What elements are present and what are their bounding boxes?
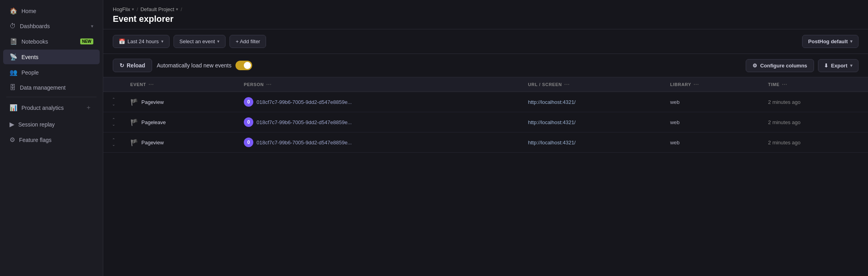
person-avatar: 0 xyxy=(244,138,253,147)
col-person-menu-icon[interactable]: ··· xyxy=(266,81,272,88)
auto-load-toggle: Automatically load new events xyxy=(157,61,252,70)
page-header: HogFlix ▾ / Default Project ▾ / Event ex… xyxy=(103,0,868,29)
event-name: Pageview xyxy=(141,140,164,146)
expand-up-icon: ⌃ xyxy=(112,138,115,142)
row-library-0: web xyxy=(664,92,762,112)
col-person: PERSON ··· xyxy=(237,77,522,92)
reload-icon: ↻ xyxy=(120,62,124,69)
sidebar-item-label: Events xyxy=(21,54,93,60)
row-person-0: 0 018cf7c7-99b6-7005-9dd2-d547e8859e... xyxy=(237,92,522,112)
event-filter-label: Select an event xyxy=(179,38,215,44)
col-expand xyxy=(103,77,124,92)
export-icon: ⬇ xyxy=(824,63,828,69)
sidebar-item-product-analytics[interactable]: 📊 Product analytics ＋ xyxy=(3,99,100,116)
row-expand-1: ⌃ ⌄ xyxy=(103,112,124,132)
table-row[interactable]: ⌃ ⌄ 🏴 Pageview 0 018cf7c7-99b6-7005-9dd2… xyxy=(103,92,868,112)
posthog-default-button[interactable]: PostHog default ▾ xyxy=(802,35,858,48)
table-row[interactable]: ⌃ ⌄ 🏴 Pageleave 0 018cf7c7-99b6-7005-9dd… xyxy=(103,112,868,132)
col-time-label: TIME xyxy=(768,82,779,87)
breadcrumb-project[interactable]: Default Project ▾ xyxy=(141,6,178,12)
row-event-1: 🏴 Pageleave xyxy=(124,112,237,132)
row-library-1: web xyxy=(664,112,762,132)
home-icon: 🏠 xyxy=(10,7,17,15)
chevron-down-icon: ▾ xyxy=(91,23,93,29)
chevron-down-icon: ▾ xyxy=(850,39,853,44)
row-time-0: 2 minutes ago xyxy=(762,92,868,112)
event-name: Pageview xyxy=(141,99,164,105)
col-time-menu-icon[interactable]: ··· xyxy=(782,81,787,88)
col-url-menu-icon[interactable]: ··· xyxy=(564,81,570,88)
sidebar-item-label: People xyxy=(21,69,93,76)
table-body: ⌃ ⌄ 🏴 Pageview 0 018cf7c7-99b6-7005-9dd2… xyxy=(103,92,868,153)
breadcrumb: HogFlix ▾ / Default Project ▾ / xyxy=(113,6,858,12)
row-expand-2: ⌃ ⌄ xyxy=(103,132,124,153)
expand-up-icon: ⌃ xyxy=(112,118,115,122)
row-url-0: http://localhost:4321/ xyxy=(522,92,664,112)
event-filter-button[interactable]: Select an event ▾ xyxy=(174,35,226,48)
action-bar: ↻ Reload Automatically load new events ⚙… xyxy=(103,54,868,77)
calendar-icon: 📅 xyxy=(119,38,125,44)
col-event: EVENT ··· xyxy=(124,77,237,92)
sidebar-item-events[interactable]: 📡 Events xyxy=(3,50,100,64)
posthog-default-label: PostHog default xyxy=(808,38,848,44)
breadcrumb-sep1: / xyxy=(137,6,138,12)
col-event-label: EVENT xyxy=(130,82,146,87)
configure-label: Configure columns xyxy=(760,63,807,69)
add-filter-label: + Add filter xyxy=(235,38,260,44)
configure-columns-button[interactable]: ⚙ Configure columns xyxy=(746,59,814,72)
action-bar-right: ⚙ Configure columns ⬇ Export ▾ xyxy=(746,59,858,72)
expand-button-0[interactable]: ⌃ ⌄ xyxy=(110,97,118,107)
events-table: EVENT ··· PERSON ··· URL / SCREEN xyxy=(103,77,868,153)
main-content: HogFlix ▾ / Default Project ▾ / Event ex… xyxy=(103,0,868,276)
col-url-label: URL / SCREEN xyxy=(528,82,562,87)
expand-down-icon: ⌄ xyxy=(112,143,115,147)
project-chevron: ▾ xyxy=(176,7,178,12)
page-title: Event explorer xyxy=(113,14,858,24)
sidebar-item-label: Product analytics xyxy=(21,105,80,111)
new-badge: NEW xyxy=(80,38,93,44)
toolbar-right: PostHog default ▾ xyxy=(802,35,858,48)
export-button[interactable]: ⬇ Export ▾ xyxy=(818,59,858,72)
sidebar-item-notebooks[interactable]: 📓 Notebooks NEW xyxy=(3,34,100,49)
sidebar-item-session-replay[interactable]: ▶ Session replay xyxy=(3,117,100,132)
time-range-button[interactable]: 📅 Last 24 hours ▾ xyxy=(113,35,170,48)
row-expand-0: ⌃ ⌄ xyxy=(103,92,124,112)
expand-button-2[interactable]: ⌃ ⌄ xyxy=(110,137,118,148)
breadcrumb-org[interactable]: HogFlix ▾ xyxy=(113,6,134,12)
reload-label: Reload xyxy=(127,62,145,69)
sidebar-item-data-management[interactable]: 🗄 Data management xyxy=(3,80,100,95)
events-icon: 📡 xyxy=(10,53,17,61)
col-event-menu-icon[interactable]: ··· xyxy=(149,81,154,88)
data-management-icon: 🗄 xyxy=(10,84,16,91)
col-library: LIBRARY ··· xyxy=(664,77,762,92)
row-person-1: 0 018cf7c7-99b6-7005-9dd2-d547e8859e... xyxy=(237,112,522,132)
row-library-2: web xyxy=(664,132,762,153)
reload-button[interactable]: ↻ Reload xyxy=(113,59,152,72)
sidebar-item-label: Notebooks xyxy=(21,38,76,45)
event-name: Pageleave xyxy=(141,119,166,125)
row-url-1: http://localhost:4321/ xyxy=(522,112,664,132)
export-chevron: ▾ xyxy=(850,63,853,68)
person-avatar: 0 xyxy=(244,117,253,127)
add-product-analytics-button[interactable]: ＋ xyxy=(84,103,93,113)
table-row[interactable]: ⌃ ⌄ 🏴 Pageview 0 018cf7c7-99b6-7005-9dd2… xyxy=(103,132,868,153)
sidebar-item-home[interactable]: 🏠 Home xyxy=(3,4,100,18)
auto-load-switch[interactable] xyxy=(235,61,252,70)
toolbar: 📅 Last 24 hours ▾ Select an event ▾ + Ad… xyxy=(103,29,868,54)
session-replay-icon: ▶ xyxy=(10,121,14,128)
expand-button-1[interactable]: ⌃ ⌄ xyxy=(110,117,118,127)
col-library-menu-icon[interactable]: ··· xyxy=(694,81,699,88)
configure-icon: ⚙ xyxy=(752,63,757,69)
col-person-label: PERSON xyxy=(244,82,264,87)
sidebar-item-dashboards[interactable]: ⏱ Dashboards ▾ xyxy=(3,19,100,33)
events-table-container: EVENT ··· PERSON ··· URL / SCREEN xyxy=(103,77,868,276)
export-label: Export xyxy=(831,63,847,69)
sidebar-item-label: Data management xyxy=(20,84,93,91)
add-filter-button[interactable]: + Add filter xyxy=(230,35,266,48)
col-url: URL / SCREEN ··· xyxy=(522,77,664,92)
person-avatar: 0 xyxy=(244,97,253,107)
col-time: TIME ··· xyxy=(762,77,868,92)
sidebar-item-feature-flags[interactable]: ⚙ Feature flags xyxy=(3,132,100,147)
row-person-2: 0 018cf7c7-99b6-7005-9dd2-d547e8859e... xyxy=(237,132,522,153)
sidebar-item-people[interactable]: 👥 People xyxy=(3,65,100,80)
